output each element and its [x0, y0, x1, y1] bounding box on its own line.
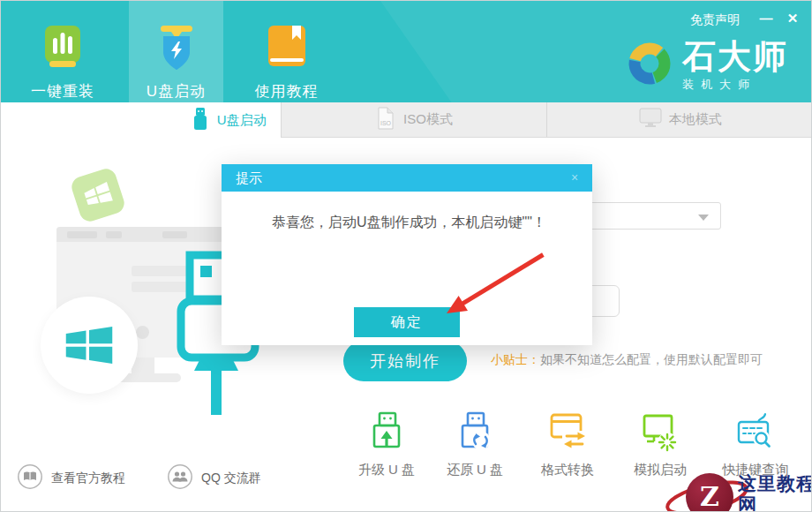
- watermark-site-name: 这里教程网: [738, 473, 812, 512]
- iso-file-icon: ISO: [375, 106, 396, 133]
- usb-drive-icon: [191, 107, 210, 134]
- qq-group-link[interactable]: QQ 交流群: [167, 463, 261, 493]
- confirm-button[interactable]: 确定: [354, 307, 460, 337]
- svg-text:ISO: ISO: [380, 120, 392, 126]
- nav-item-label: 使用教程: [255, 81, 319, 102]
- format-convert-icon: [547, 410, 588, 458]
- windows-badge-decor: [41, 297, 138, 394]
- hotkey-query-icon: [735, 410, 776, 458]
- minimize-button[interactable]: —: [756, 9, 776, 28]
- brand-logo: 石大师 装机大师: [624, 38, 788, 93]
- brand-name: 石大师: [682, 38, 788, 75]
- tool-label: 格式转换: [541, 462, 594, 478]
- tab-iso-mode[interactable]: ISO ISO模式: [281, 102, 547, 138]
- mode-tabbar: U盘启动 ISO ISO模式 本地模式: [1, 102, 812, 138]
- app-window: 一键重装 U盘启动 使用教程: [0, 0, 812, 512]
- official-tutorial-link[interactable]: 查看官方教程: [17, 463, 125, 493]
- link-label: QQ 交流群: [201, 471, 261, 486]
- nav-item-label: U盘启动: [147, 81, 206, 102]
- tool-label: 还原 U 盘: [447, 462, 503, 478]
- dialog-message: 恭喜您，启动U盘制作成功，本机启动键""！: [272, 214, 546, 232]
- brand-swirl-icon: [624, 38, 675, 93]
- usb-boot-shield-icon: [154, 24, 199, 75]
- watermark-letter: Z: [700, 484, 719, 510]
- windows-tile-decor: [69, 166, 127, 224]
- simulate-boot-icon: [640, 410, 680, 458]
- tab-label: 本地模式: [669, 111, 722, 128]
- tip-row: 小贴士：如果不知道怎么配置，使用默认配置即可: [491, 352, 763, 368]
- tool-restore-usb[interactable]: 还原 U 盘: [432, 410, 517, 478]
- tab-label: ISO模式: [403, 111, 453, 128]
- nav-item-usb-boot[interactable]: U盘启动: [129, 1, 223, 102]
- tutorial-book-icon: [267, 24, 306, 75]
- windows-flag-icon: [81, 178, 115, 212]
- brand-subtitle: 装机大师: [682, 77, 788, 93]
- tool-label: 升级 U 盘: [358, 462, 415, 478]
- dialog-close-icon[interactable]: ×: [566, 164, 583, 192]
- reinstall-chart-icon: [44, 24, 81, 75]
- tool-format-convert[interactable]: 格式转换: [525, 410, 610, 478]
- users-circle-icon: [167, 463, 193, 493]
- nav-item-one-key-reinstall[interactable]: 一键重装: [20, 1, 105, 102]
- tool-upgrade-usb[interactable]: 升级 U 盘: [344, 410, 429, 478]
- nav-item-label: 一键重装: [31, 81, 94, 102]
- book-circle-icon: [17, 463, 43, 493]
- tab-usb-boot[interactable]: U盘启动: [1, 102, 281, 138]
- monitor-icon: [639, 107, 662, 132]
- usb-restore-icon: [455, 410, 495, 458]
- header: 一键重装 U盘启动 使用教程: [1, 1, 812, 102]
- tab-local-mode[interactable]: 本地模式: [546, 102, 812, 138]
- tab-label: U盘启动: [217, 112, 267, 129]
- nav-item-tutorial[interactable]: 使用教程: [244, 1, 329, 102]
- start-create-button[interactable]: 开始制作: [343, 341, 467, 381]
- dialog-title: 提示: [236, 170, 262, 185]
- success-dialog: 提示 × 恭喜您，启动U盘制作成功，本机启动键""！ 确定: [222, 164, 592, 345]
- windows-flag-icon: [64, 320, 114, 370]
- chevron-down-icon: [698, 215, 709, 221]
- close-button[interactable]: ✕: [783, 9, 802, 28]
- link-label: 查看官方教程: [51, 471, 125, 486]
- site-watermark: Z 这里教程网 herecours.com: [656, 466, 812, 512]
- tip-text: 如果不知道怎么配置，使用默认配置即可: [540, 352, 763, 366]
- disclaimer-link[interactable]: 免责声明: [690, 12, 740, 28]
- tip-label: 小贴士：: [491, 352, 540, 366]
- usb-upgrade-icon: [366, 410, 407, 458]
- dialog-titlebar: 提示 ×: [222, 164, 592, 192]
